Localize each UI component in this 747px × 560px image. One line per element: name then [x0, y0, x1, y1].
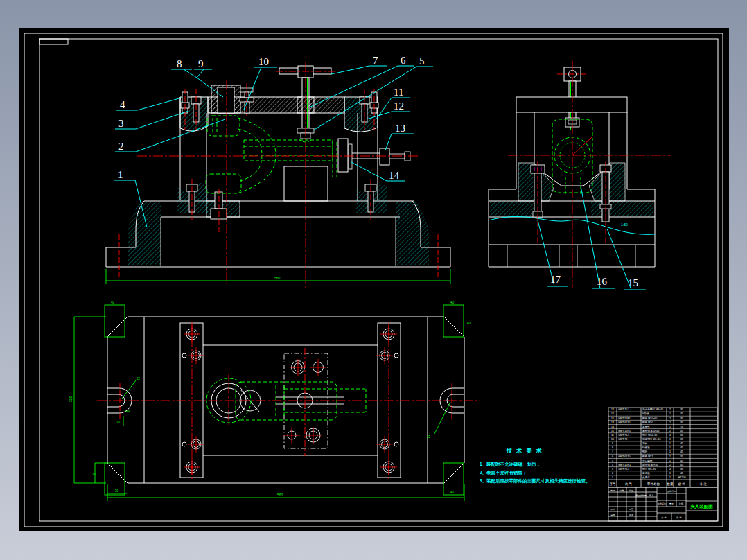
- callout-4: 4: [120, 99, 125, 110]
- bom-row-cell: 17: [611, 408, 614, 411]
- bom-row-cell: 1: [612, 476, 613, 479]
- foot-dim-3: 30: [115, 489, 119, 493]
- bom-row-cell: 支承钉: [642, 425, 650, 428]
- bom-row-cell: 钻模板: [642, 446, 650, 449]
- front-width-dim: 560: [274, 276, 281, 280]
- corner-dim-4: 40: [450, 491, 455, 494]
- bom-row-cell: 1: [669, 412, 671, 415]
- field-stage: 阶段标记: [658, 502, 666, 505]
- bom-row-cell: 14: [611, 421, 614, 424]
- bom-row-cell: 2: [669, 421, 671, 424]
- bom-row-cell: 35: [680, 468, 683, 471]
- bom-row-cell: 7: [612, 450, 613, 453]
- bom-row-cell: 4: [612, 464, 613, 466]
- slot-dim: 22: [137, 377, 141, 380]
- bom-row-cell: 45: [680, 450, 683, 453]
- foot-dim-2: 30: [92, 473, 96, 476]
- bom-row-cell: 1: [669, 446, 671, 449]
- bom-row-cell: 1: [669, 455, 671, 458]
- callout-8: 8: [177, 58, 182, 69]
- field-scale: 比例: [679, 502, 683, 505]
- bom-row-cell: 2: [612, 472, 613, 475]
- bom-row-cell: 15: [611, 417, 614, 420]
- bom-row-cell: 滑柱: [642, 442, 648, 445]
- bom-row-cell: GB/T 70.1: [618, 408, 629, 411]
- bom-row-cell: 5: [612, 460, 613, 462]
- bom-row-cell: 3: [612, 468, 613, 471]
- tech-req-line-1: 1、装配时不允许磕碰、划伤；: [480, 462, 541, 467]
- bom-header-qty: 数量: [667, 482, 674, 486]
- field-zone: 分区: [629, 489, 634, 492]
- bom-row-cell: 螺母 M12: [642, 455, 653, 458]
- bom-row-cell: 11: [611, 434, 614, 437]
- bom-row-cell: 13: [611, 426, 614, 428]
- bom-row-cell: 螺杆: [642, 450, 648, 453]
- bom-row-cell: 圆柱销 A10×40: [642, 429, 659, 432]
- bom-row-cell: GB/T 119.1: [618, 464, 631, 466]
- callout-17: 17: [550, 274, 561, 285]
- bom-row-cell: 螺钉 M10×35: [642, 433, 657, 437]
- callout-14: 14: [389, 170, 400, 181]
- bom-row-cell: 2: [669, 464, 671, 466]
- callout-1: 1: [118, 169, 123, 180]
- corner-dim-2: 40: [450, 301, 455, 304]
- bom-row-cell: 定位销 A8×30: [642, 463, 658, 466]
- bom-row-cell: 6: [612, 455, 613, 458]
- bom-row-cell: GB/T 119.1: [618, 430, 631, 432]
- bom-row-cell: GB/T 70.1: [618, 468, 629, 471]
- bom-row-cell: 螺母 M10: [642, 421, 653, 424]
- callout-11: 11: [394, 87, 403, 98]
- bom-row-cell: 35: [680, 438, 683, 441]
- bom-row-cell: 12: [611, 430, 614, 432]
- bom-row-cell: HT200: [678, 476, 686, 479]
- callout-9: 9: [198, 58, 204, 69]
- bom-row-cell: 35: [680, 421, 683, 424]
- plan-width-dim: 560: [277, 493, 283, 497]
- bom-row-cell: 9: [612, 442, 613, 445]
- field-weight: 重量: [669, 502, 674, 505]
- field-approve: 批准: [629, 514, 634, 516]
- plan-height-dim: 320: [69, 396, 73, 402]
- bom-row-cell: 2: [669, 408, 671, 411]
- callout-7: 7: [373, 55, 378, 66]
- bom-row-cell: 夹具体: [642, 476, 650, 479]
- bom-row-cell: V形块: [642, 412, 649, 415]
- field-doc-no: 更改文件号: [635, 494, 647, 497]
- bom-row-cell: 紧定螺钉 M6×16: [642, 437, 660, 441]
- bom-row-cell: GB/T 6170: [618, 421, 630, 424]
- corner-dim-1: 40: [111, 301, 115, 304]
- bom-row-cell: 4: [669, 434, 671, 437]
- field-sheet: 共 张: [661, 516, 666, 519]
- field-design: 设计: [610, 508, 615, 511]
- callout-10: 10: [258, 56, 269, 67]
- callout-2: 2: [118, 141, 124, 152]
- tech-req-line-2: 2、表面不允许有锈蚀；: [480, 470, 527, 475]
- bom-row-cell: 1: [669, 438, 671, 441]
- bom-row-cell: T8: [680, 426, 683, 428]
- bom-row-cell: 2: [669, 417, 671, 420]
- callout-15: 15: [628, 277, 638, 288]
- bom-header-remark: 备 注: [700, 482, 708, 486]
- callout-13: 13: [395, 123, 405, 134]
- bom-row-cell: 螺栓 M10×60: [642, 417, 657, 420]
- bom-row-cell: 45: [680, 464, 683, 466]
- bom-row-cell: 开口垫圈: [642, 460, 653, 462]
- bom-row-cell: 35: [680, 434, 683, 437]
- bom-row-cell: 35: [680, 455, 683, 458]
- field-code-cell: 图样代号: [667, 490, 677, 493]
- field-page: 第 张: [676, 516, 681, 519]
- bom-row-cell: 支承板: [642, 472, 650, 475]
- bom-header-code: 代 号: [624, 482, 633, 486]
- bom-row-cell: 10: [611, 438, 614, 441]
- field-mark: 标记: [610, 489, 615, 492]
- callout-5: 5: [419, 55, 425, 67]
- callout-12: 12: [394, 100, 404, 112]
- bom-row-cell: 45: [680, 472, 683, 475]
- foot-dim-1: 30: [116, 421, 121, 424]
- taper-label: 1:50: [621, 222, 628, 227]
- cad-viewport[interactable]: 560: [0, 0, 747, 560]
- bom-row-cell: 1: [669, 460, 671, 462]
- bom-row-cell: 2: [669, 430, 671, 432]
- bom-row-cell: 内六角螺钉 M8×45: [642, 408, 663, 411]
- bom-row-cell: GB/T 73: [618, 438, 627, 441]
